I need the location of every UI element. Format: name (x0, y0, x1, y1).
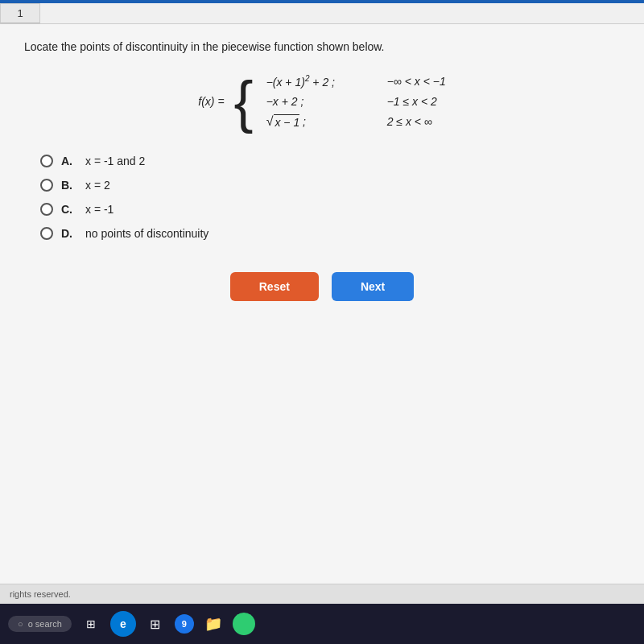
sqrt-content: x − 1 (274, 114, 299, 129)
buttons-area: Reset Next (24, 272, 620, 301)
choice-row-C[interactable]: C. x = -1 (40, 203, 620, 216)
case-expr-1: −(x + 1)2 + 2 ; (266, 74, 379, 89)
taskbar-icon-grid[interactable]: ⊞ (142, 611, 168, 637)
choice-text-C: x = -1 (85, 203, 114, 216)
formula-container: f(x) = { −(x + 1)2 + 2 ; −∞ < x < −1 (24, 72, 620, 130)
taskbar-icon-green[interactable] (233, 613, 255, 635)
reset-button[interactable]: Reset (230, 272, 319, 301)
brace-symbol: { (234, 72, 254, 130)
choice-row-D[interactable]: D. no points of discontinuity (40, 227, 620, 240)
choice-label-C: C. (61, 203, 77, 216)
choice-label-D: D. (61, 227, 77, 240)
taskbar-icon-badge[interactable]: 9 (175, 614, 194, 634)
question-number: 1 (0, 3, 40, 23)
choice-label-B: B. (61, 179, 77, 192)
taskbar: ○ o search ⊞ e ⊞ 9 📁 (0, 604, 644, 644)
next-button[interactable]: Next (332, 272, 414, 301)
radio-B[interactable] (40, 179, 53, 192)
piecewise-cases: −(x + 1)2 + 2 ; −∞ < x < −1 −x + 2 ; (266, 74, 446, 129)
content-area: Locate the points of discontinuity in th… (0, 23, 644, 584)
case-domain-2: −1 ≤ x < 2 (387, 95, 437, 108)
choice-text-D: no points of discontinuity (85, 227, 208, 240)
case-expr-3: √x − 1 ; (266, 114, 379, 129)
rights-text: rights reserved. (10, 589, 71, 599)
taskbar-search[interactable]: ○ o search (8, 616, 72, 632)
footer-bar: rights reserved. (0, 584, 644, 604)
radio-D[interactable] (40, 227, 53, 240)
choice-row-B[interactable]: B. x = 2 (40, 179, 620, 192)
taskbar-icon-view[interactable]: ⊞ (78, 611, 104, 637)
case-row-2: −x + 2 ; −1 ≤ x < 2 (266, 95, 446, 108)
main-content: 1 Locate the points of discontinuity in … (0, 3, 644, 604)
choice-row-A[interactable]: A. x = -1 and 2 (40, 155, 620, 167)
search-label: o search (28, 619, 62, 629)
taskbar-icon-folder[interactable]: 📁 (200, 611, 226, 637)
sqrt-symbol: √ (266, 114, 274, 129)
case-row-1: −(x + 1)2 + 2 ; −∞ < x < −1 (266, 74, 446, 89)
screen: 1 Locate the points of discontinuity in … (0, 0, 644, 644)
case-expr-2: −x + 2 ; (266, 95, 379, 108)
formula-wrapper: f(x) = { −(x + 1)2 + 2 ; −∞ < x < −1 (198, 72, 445, 130)
case-domain-3: 2 ≤ x < ∞ (387, 115, 432, 128)
sqrt-wrapper: √x − 1 (266, 114, 300, 129)
taskbar-icon-edge[interactable]: e (110, 611, 136, 637)
search-icon: ○ (18, 619, 23, 629)
question-text: Locate the points of discontinuity in th… (24, 40, 620, 53)
radio-C[interactable] (40, 203, 53, 216)
fx-label: f(x) = (198, 95, 224, 108)
case-row-3: √x − 1 ; 2 ≤ x < ∞ (266, 114, 446, 129)
choice-label-A: A. (61, 155, 77, 167)
answer-choices: A. x = -1 and 2 B. x = 2 C. x = -1 D. no (40, 155, 620, 240)
radio-A[interactable] (40, 155, 53, 167)
case-domain-1: −∞ < x < −1 (387, 75, 446, 88)
choice-text-B: x = 2 (85, 179, 110, 192)
choice-text-A: x = -1 and 2 (85, 155, 145, 167)
